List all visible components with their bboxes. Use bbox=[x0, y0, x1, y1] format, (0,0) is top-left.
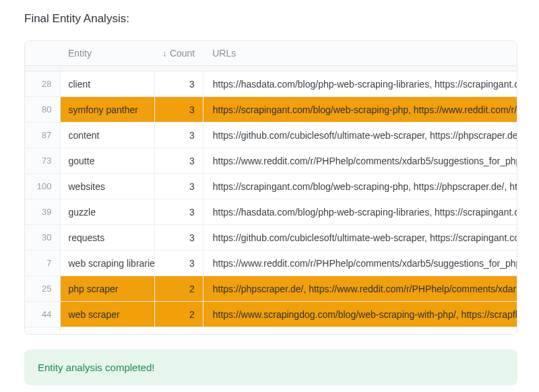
row-entity: requests bbox=[60, 225, 154, 251]
row-count: 3 bbox=[154, 225, 203, 251]
row-urls: https://github.com/cubiclesoft/ultimate-… bbox=[203, 225, 517, 251]
row-entity: web scraper bbox=[60, 302, 154, 327]
row-entity: websites bbox=[60, 174, 154, 199]
row-urls: https://www.scrapingdog.com/blog/web-scr… bbox=[203, 302, 517, 327]
page-title: Final Entity Analysis: bbox=[24, 12, 517, 26]
row-index: 39 bbox=[25, 199, 60, 225]
row-urls: https://hasdata.com/blog/php-web-scrapin… bbox=[203, 71, 517, 97]
row-entity: web scraping libraries bbox=[60, 251, 154, 276]
status-banner: Entity analysis completed! bbox=[24, 350, 517, 385]
row-entity: guzzle bbox=[60, 199, 154, 225]
col-header-entity[interactable]: Entity bbox=[60, 41, 154, 66]
row-urls: https://scrapingant.com/blog/web-scrapin… bbox=[203, 97, 517, 123]
table-row[interactable]: 44web scraper2https://www.scrapingdog.co… bbox=[25, 302, 517, 327]
row-urls: https://github.com/cubiclesoft/ultimate-… bbox=[203, 123, 517, 148]
row-count: 3 bbox=[154, 123, 203, 148]
row-urls: https://scrapingant.com/blog/web-scrapin… bbox=[203, 174, 517, 199]
row-count: 3 bbox=[154, 97, 203, 123]
table-row[interactable]: 80symfony panther3https://scrapingant.co… bbox=[25, 97, 517, 123]
row-urls: https://www.reddit.com/r/PHPhelp/comment… bbox=[203, 251, 517, 276]
table-row[interactable]: 30requests3https://github.com/cubiclesof… bbox=[25, 225, 517, 251]
row-urls: https://www.reddit.com/r/PHPhelp/comment… bbox=[203, 148, 517, 174]
row-entity: php scraper bbox=[60, 276, 154, 302]
row-index: 44 bbox=[25, 302, 60, 327]
table-row[interactable]: 7web scraping libraries3https://www.redd… bbox=[25, 251, 517, 276]
row-count: 2 bbox=[154, 302, 203, 327]
row-entity: symfony panther bbox=[60, 97, 154, 123]
col-header-urls[interactable]: URLs bbox=[203, 41, 517, 66]
row-count: 3 bbox=[154, 199, 203, 225]
row-entity: goutte bbox=[60, 148, 154, 174]
partial-row-top bbox=[25, 66, 517, 71]
row-count: 3 bbox=[154, 148, 203, 174]
row-index: 30 bbox=[25, 225, 60, 251]
row-count: 3 bbox=[154, 251, 203, 276]
row-urls: https://phpscraper.de/, https://www.redd… bbox=[203, 276, 517, 302]
row-index: 73 bbox=[25, 148, 60, 174]
table-row[interactable]: 100websites3https://scrapingant.com/blog… bbox=[25, 174, 517, 199]
partial-row-bottom bbox=[25, 327, 517, 334]
row-urls: https://hasdata.com/blog/php-web-scrapin… bbox=[203, 199, 517, 225]
row-index: 87 bbox=[25, 123, 60, 148]
row-count: 2 bbox=[154, 276, 203, 302]
table-row[interactable]: 25php scraper2https://phpscraper.de/, ht… bbox=[25, 276, 517, 302]
row-index: 7 bbox=[25, 251, 60, 276]
row-index: 80 bbox=[25, 97, 60, 123]
table-row[interactable]: 87content3https://github.com/cubiclesoft… bbox=[25, 123, 517, 148]
table-row[interactable]: 73goutte3https://www.reddit.com/r/PHPhel… bbox=[25, 148, 517, 174]
col-header-index[interactable] bbox=[25, 41, 60, 66]
row-count: 3 bbox=[154, 71, 203, 97]
row-index: 25 bbox=[25, 276, 60, 302]
table-header-row: Entity ↓ Count URLs bbox=[25, 41, 517, 66]
row-count: 3 bbox=[154, 174, 203, 199]
col-header-count[interactable]: ↓ Count bbox=[154, 41, 203, 66]
row-index: 28 bbox=[25, 71, 60, 97]
table-row[interactable]: 39guzzle3https://hasdata.com/blog/php-we… bbox=[25, 199, 517, 225]
table-row[interactable]: 28client3https://hasdata.com/blog/php-we… bbox=[25, 71, 517, 97]
row-entity: client bbox=[60, 71, 154, 97]
entity-table: Entity ↓ Count URLs 28client3https://has… bbox=[24, 40, 517, 335]
row-index: 100 bbox=[25, 174, 60, 199]
row-entity: content bbox=[60, 123, 154, 148]
